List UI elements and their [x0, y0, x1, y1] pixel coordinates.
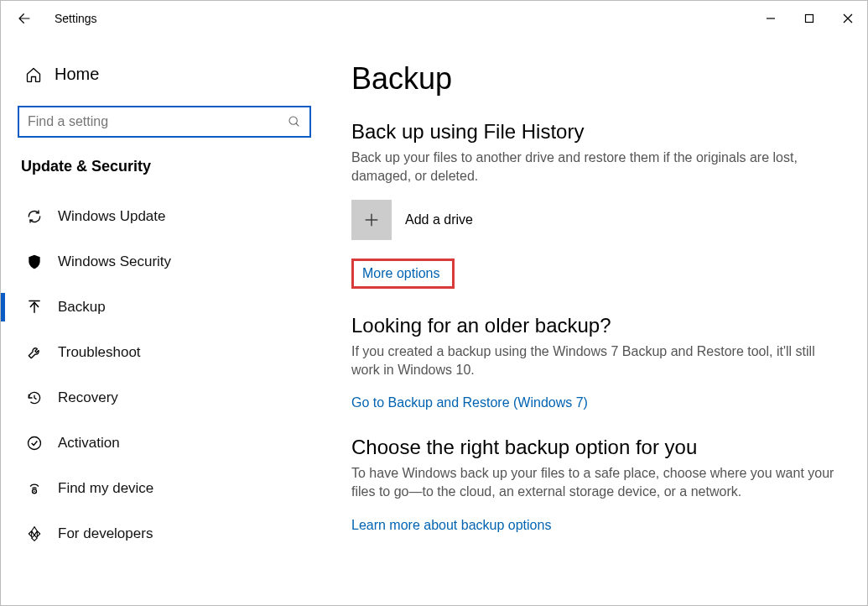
section-title-older-backup: Looking for an older backup? [351, 314, 837, 337]
sidebar: Home Update & Security Windows Update [1, 36, 328, 605]
back-button[interactable] [6, 1, 43, 36]
titlebar: Settings [1, 1, 867, 36]
home-label: Home [55, 65, 99, 84]
plus-icon [351, 200, 392, 240]
page-title: Backup [351, 61, 837, 97]
section-title-file-history: Back up using File History [351, 120, 837, 144]
sidebar-item-label: Find my device [58, 480, 153, 497]
search-input[interactable] [28, 114, 288, 129]
sidebar-item-label: For developers [58, 525, 153, 542]
svg-point-8 [29, 437, 41, 450]
search-icon [288, 115, 301, 128]
svg-rect-1 [806, 15, 813, 23]
close-icon [843, 13, 853, 24]
close-button[interactable] [829, 1, 867, 36]
backup-icon [23, 299, 46, 316]
add-drive-button[interactable]: Add a drive [351, 200, 837, 240]
main-panel: Backup Back up using File History Back u… [328, 36, 867, 605]
maximize-button[interactable] [790, 1, 829, 36]
arrow-left-icon [17, 11, 32, 26]
section-title-choose-option: Choose the right backup option for you [351, 436, 837, 459]
minimize-button[interactable] [751, 1, 790, 36]
sidebar-item-recovery[interactable]: Recovery [18, 375, 311, 421]
check-circle-icon [23, 435, 46, 452]
section-desc-older-backup: If you created a backup using the Window… [351, 342, 837, 379]
home-button[interactable]: Home [18, 58, 311, 91]
sidebar-item-activation[interactable]: Activation [18, 421, 311, 466]
history-icon [23, 389, 46, 406]
sidebar-item-windows-security[interactable]: Windows Security [18, 239, 311, 285]
sidebar-item-backup[interactable]: Backup [18, 285, 311, 330]
svg-line-5 [296, 123, 299, 126]
learn-more-backup-link[interactable]: Learn more about backup options [351, 518, 551, 533]
search-box[interactable] [18, 106, 311, 138]
backup-restore-win7-link[interactable]: Go to Backup and Restore (Windows 7) [351, 395, 588, 410]
more-options-highlight: More options [351, 259, 455, 289]
svg-point-4 [289, 117, 297, 124]
sidebar-group-title: Update & Security [18, 158, 311, 175]
sidebar-item-for-developers[interactable]: For developers [18, 511, 311, 556]
wrench-icon [23, 344, 46, 361]
sidebar-item-label: Troubleshoot [58, 344, 141, 361]
sidebar-item-label: Activation [58, 435, 120, 452]
sidebar-item-label: Recovery [58, 389, 118, 406]
sidebar-item-label: Windows Security [58, 253, 171, 270]
sidebar-item-label: Backup [58, 299, 106, 316]
location-icon [23, 480, 46, 497]
sidebar-item-find-my-device[interactable]: Find my device [18, 466, 311, 511]
shield-icon [23, 253, 46, 270]
home-icon [23, 66, 44, 83]
minimize-icon [766, 13, 776, 24]
sidebar-item-troubleshoot[interactable]: Troubleshoot [18, 330, 311, 375]
settings-window: Settings Home [0, 0, 868, 606]
sync-icon [23, 208, 46, 225]
section-desc-file-history: Back up your files to another drive and … [351, 149, 837, 185]
section-desc-choose-option: To have Windows back up your files to a … [351, 464, 837, 500]
svg-point-10 [34, 491, 35, 493]
more-options-link[interactable]: More options [362, 266, 440, 281]
sidebar-nav: Windows Update Windows Security Backup [18, 194, 311, 556]
developers-icon [23, 525, 46, 542]
sidebar-item-label: Windows Update [58, 208, 166, 225]
window-title: Settings [55, 12, 97, 25]
sidebar-item-windows-update[interactable]: Windows Update [18, 194, 311, 239]
content-area: Home Update & Security Windows Update [1, 36, 867, 605]
add-drive-label: Add a drive [405, 212, 473, 227]
maximize-icon [804, 13, 814, 24]
